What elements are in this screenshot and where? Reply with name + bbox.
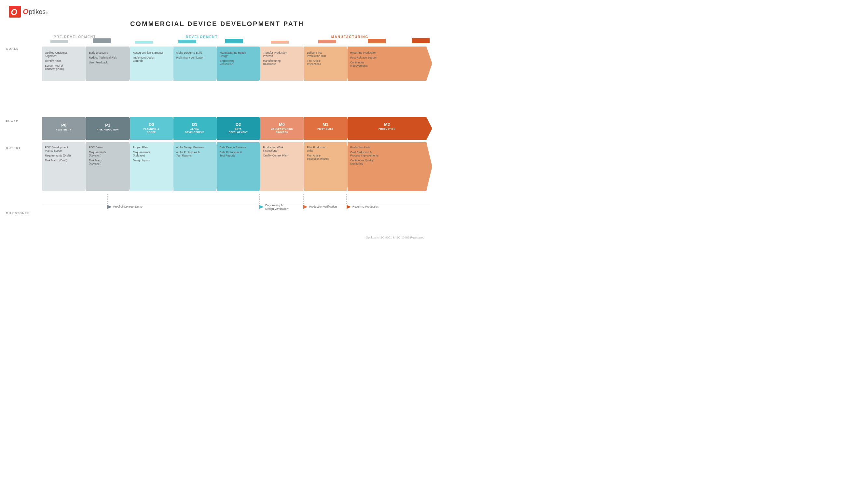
m2-output-chevron xyxy=(348,142,432,191)
p0-out-1: POC Development xyxy=(45,146,68,149)
d0-output-chevron xyxy=(130,142,178,191)
d2-output-chevron xyxy=(217,142,265,191)
d2-out-2b: Test Reports xyxy=(220,154,235,157)
edv-flag xyxy=(259,205,264,209)
pre-bar-1 xyxy=(51,40,68,43)
d0-out-3: Design Inputs xyxy=(133,159,150,162)
m0-name2: PROCESS xyxy=(276,131,288,133)
d0-goal-2b: Controls xyxy=(133,59,143,62)
d1-name2: DEVELOPMENT xyxy=(185,131,205,133)
d2-name: BETA xyxy=(235,128,242,130)
m1-goal-1: Deliver First xyxy=(307,51,322,54)
pre-dev-label: PRE-DEVELOPMENT xyxy=(54,35,96,39)
dev-bar-2 xyxy=(178,40,196,43)
m2-out-2b: Process Improvements xyxy=(350,154,378,157)
m2-out-3: Continuous Quality xyxy=(350,159,374,162)
m1-out-1b: Units xyxy=(307,149,313,152)
p1-output-chevron xyxy=(86,142,135,191)
p1-id: P1 xyxy=(105,123,110,128)
m1-goal-2: First Article xyxy=(307,59,320,62)
rp-label: Recurring Production xyxy=(352,205,378,208)
m1-goal-1b: Production Run xyxy=(307,54,326,58)
m0-goal-2b: Readiness xyxy=(263,62,276,66)
p1-goal-2: Reduce Technical Risk xyxy=(89,56,117,59)
m0-name: MANUFACTURING xyxy=(271,128,293,130)
p0-goal-2: Identify Risks xyxy=(45,59,62,62)
p0-goal-1b: Alignment xyxy=(45,54,57,58)
d1-output-chevron xyxy=(174,142,222,191)
p1-goal-1: Early Discovery xyxy=(89,51,108,54)
p1-out-2: Requirements xyxy=(89,151,106,154)
m1-name: PILOT BUILD xyxy=(317,128,333,130)
p0-out-3: Risk Matrix (Draft) xyxy=(45,159,67,162)
m2-id: M2 xyxy=(384,122,390,127)
m2-goal-1: Recurring Production xyxy=(350,51,376,54)
p0-out-1b: Plan & Scope xyxy=(45,149,62,152)
d1-name: ALPHA xyxy=(190,128,199,130)
p0-goal-3b: Concept (POC) xyxy=(45,67,64,71)
m1-goal-2b: Inspections xyxy=(307,62,321,66)
m0-id: M0 xyxy=(279,122,285,127)
d0-out-2: Requirements xyxy=(133,151,150,154)
dev-bar-3 xyxy=(225,39,243,43)
d2-goal-1b: Design xyxy=(220,54,228,58)
d0-out-1: Project Plan xyxy=(133,146,148,149)
d1-goal-1: Alpha Design & Build xyxy=(176,51,202,54)
d0-goal-2: Implement Design xyxy=(133,56,155,59)
m0-out-2: Quality Control Plan xyxy=(263,154,288,157)
d2-name2: DEVELOPMENT xyxy=(229,131,248,133)
diagram: PRE-DEVELOPMENT DEVELOPMENT MANUFACTURIN… xyxy=(0,0,434,244)
d0-name: PLANNING & xyxy=(144,128,159,130)
dev-bar-1 xyxy=(135,41,153,43)
p0-goal-1: Optikos-Customer xyxy=(45,51,67,54)
mfg-bar-3 xyxy=(368,39,386,43)
m2-out-1: Production Units xyxy=(350,146,370,149)
poc-label: Proof-of-Concept Demo xyxy=(113,205,143,208)
m2-out-3b: Monitoring xyxy=(350,162,363,165)
p1-name: RISK REDUCTION xyxy=(97,129,119,131)
d2-out-2: Beta Prototypes & xyxy=(220,151,242,154)
m1-id: M1 xyxy=(322,122,329,127)
d0-goal-1: Resource Plan & Budget xyxy=(133,51,163,54)
m1-out-1: Pilot Production xyxy=(307,146,327,149)
pv-label: Production Verification xyxy=(309,205,337,208)
mfg-bar-1 xyxy=(271,41,289,43)
pv-flag xyxy=(303,205,308,209)
d1-out-1: Alpha Design Reviews xyxy=(176,146,204,149)
d0-name2: SCOPE xyxy=(147,131,156,133)
edv-label2: Design Verification xyxy=(265,207,288,210)
p1-goal-3: User Feedback xyxy=(89,61,108,64)
m0-out-1b: Instructions xyxy=(263,149,277,152)
p1-out-1: POC Demo xyxy=(89,146,103,149)
p1-out-3b: (Revision) xyxy=(89,162,101,165)
mfg-bar-4 xyxy=(412,38,430,43)
d1-out-2b: Test Reports xyxy=(176,154,192,157)
mfg-bar-2 xyxy=(318,40,336,43)
d1-out-2: Alpha Prototypes & xyxy=(176,151,200,154)
d2-out-1: Beta Design Reviews xyxy=(220,146,246,149)
m0-out-1: Production Work xyxy=(263,146,283,149)
dev-label: DEVELOPMENT xyxy=(186,35,218,39)
m2-out-2: Cost Reduction & xyxy=(350,151,372,154)
p1-out-2b: (Revision) xyxy=(89,154,101,157)
mfg-label: MANUFACTURING xyxy=(331,35,368,39)
m1-out-2b: Inspection Report xyxy=(307,157,329,160)
p0-out-2: Requirements (Draft) xyxy=(45,154,71,157)
d0-out-2b: (Release) xyxy=(133,154,145,157)
d2-goal-1: Manufacturing Ready xyxy=(220,51,246,54)
edv-label1: Engineering & xyxy=(265,204,283,207)
m2-name: PRODUCTION xyxy=(378,128,396,130)
m0-goal-1: Transfer Production xyxy=(263,51,287,54)
m2-goal-3: Continuous xyxy=(350,61,364,64)
p0-name: FEASIBILITY xyxy=(56,129,71,131)
d2-goal-2b: Verification xyxy=(220,62,234,66)
d1-goal-2: Preliminary Verification xyxy=(176,56,205,59)
m2-goal-3b: Improvements xyxy=(350,64,368,67)
d0-id: D0 xyxy=(149,122,154,127)
p1-out-3: Risk Matrix xyxy=(89,159,103,162)
p0-id: P0 xyxy=(61,123,66,128)
d1-id: D1 xyxy=(192,122,197,127)
m0-goal-1b: Process xyxy=(263,54,273,58)
pre-bar-2 xyxy=(93,38,111,43)
p0-goal-3: Scope Proof of xyxy=(45,64,63,67)
